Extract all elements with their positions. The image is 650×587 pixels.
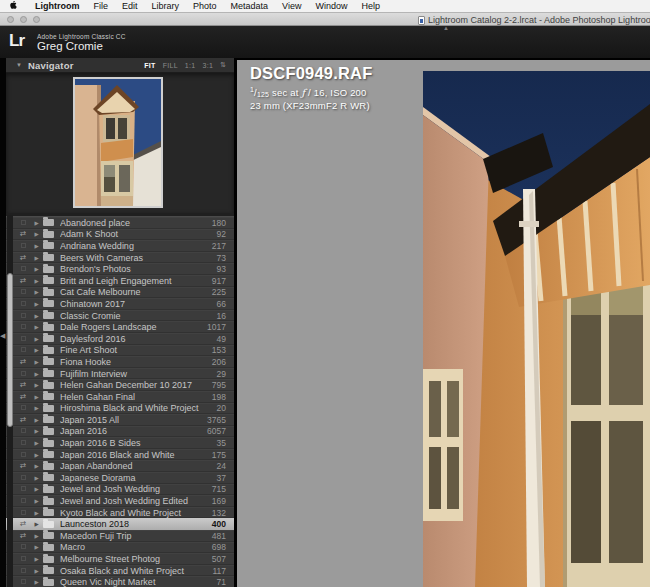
disclosure-triangle-icon[interactable]: ▶ — [30, 231, 43, 237]
folder-row[interactable]: ▶Japanese Diorama37 — [6, 472, 234, 484]
folder-row[interactable]: ⇄▶Beers With Cameras73 — [6, 252, 234, 264]
menu-item-library[interactable]: Library — [145, 1, 187, 11]
folder-row[interactable]: ▶Jewel and Josh Wedding715 — [6, 484, 234, 496]
folder-row[interactable]: ▶Japan 20166057 — [6, 426, 234, 438]
sync-status-empty[interactable] — [16, 369, 30, 379]
disclosure-triangle-icon[interactable]: ▶ — [30, 521, 43, 527]
folder-row[interactable]: ▶Daylesford 201649 — [6, 333, 234, 345]
disclosure-triangle-icon[interactable]: ▶ — [30, 579, 43, 585]
menu-item-edit[interactable]: Edit — [115, 1, 145, 11]
folder-row[interactable]: ⇄▶Britt and Leigh Engagement917 — [6, 275, 234, 287]
sync-status-empty[interactable] — [16, 484, 30, 494]
zoom-mode-fit[interactable]: FIT — [144, 62, 155, 69]
folder-row[interactable]: ▶Hiroshima Black and White Project20 — [6, 403, 234, 415]
disclosure-triangle-icon[interactable]: ▶ — [30, 289, 43, 295]
navigator-panel-header[interactable]: ▼ Navigator FITFILL1:13:1⇅ — [6, 58, 234, 73]
disclosure-triangle-icon[interactable]: ▶ — [30, 498, 43, 504]
sync-status-icon[interactable]: ⇄ — [16, 531, 30, 541]
disclosure-triangle-icon[interactable]: ▶ — [30, 544, 43, 550]
sync-status-empty[interactable] — [16, 554, 30, 564]
sync-status-icon[interactable]: ⇄ — [16, 380, 30, 390]
folder-row[interactable]: ▶Kyoto Black and White Project132 — [6, 507, 234, 519]
folder-row[interactable]: ▶Jewel and Josh Wedding Edited169 — [6, 495, 234, 507]
disclosure-triangle-icon[interactable]: ▶ — [30, 556, 43, 562]
folder-row[interactable]: ▶Osaka Black and White Project117 — [6, 565, 234, 577]
disclosure-triangle-icon[interactable]: ▶ — [30, 382, 43, 388]
sync-status-empty[interactable] — [16, 426, 30, 436]
sync-status-empty[interactable] — [16, 287, 30, 297]
disclosure-triangle-icon[interactable]: ▶ — [30, 371, 43, 377]
folder-row[interactable]: ▶Chinatown 201766 — [6, 298, 234, 310]
disclosure-triangle-icon[interactable]: ▶ — [30, 266, 43, 272]
zoom-window-button[interactable] — [33, 16, 40, 23]
disclosure-triangle-icon[interactable]: ▶ — [30, 568, 43, 574]
sync-status-empty[interactable] — [16, 450, 30, 460]
top-panel-collapse-icon[interactable]: ▲ — [443, 25, 449, 31]
disclosure-triangle-icon[interactable]: ▶ — [30, 486, 43, 492]
sync-status-empty[interactable] — [16, 345, 30, 355]
folder-row[interactable]: ⇄▶Macedon Fuji Trip481 — [6, 530, 234, 542]
folder-row[interactable]: ⇄▶Fiona Hooke206 — [6, 356, 234, 368]
zoom-ratio-toggle-icon[interactable]: ⇅ — [220, 61, 226, 69]
disclosure-triangle-icon[interactable]: ▶ — [30, 336, 43, 342]
folder-row[interactable]: ▶Japan 2016 Black and White175 — [6, 449, 234, 461]
sync-status-icon[interactable]: ⇄ — [16, 415, 30, 425]
folder-row[interactable]: ▶Abandoned place180 — [6, 217, 234, 229]
menu-item-lightroom[interactable]: Lightroom — [28, 1, 87, 11]
disclosure-triangle-icon[interactable]: ▶ — [30, 428, 43, 434]
disclosure-triangle-icon[interactable]: ▶ — [30, 510, 43, 516]
folder-row[interactable]: ▶Dale Rogers Landscape1017 — [6, 321, 234, 333]
chevron-down-icon[interactable]: ▼ — [16, 62, 22, 68]
sync-status-empty[interactable] — [16, 577, 30, 587]
folder-row[interactable]: ⇄▶Launceston 2018400 — [6, 518, 234, 530]
sync-status-empty[interactable] — [16, 542, 30, 552]
sync-status-empty[interactable] — [16, 218, 30, 228]
folder-row[interactable]: ⇄▶Japan 2015 All3765 — [6, 414, 234, 426]
sync-status-empty[interactable] — [16, 438, 30, 448]
folder-row[interactable]: ▶Classic Cromie16 — [6, 310, 234, 322]
window-title-bar[interactable]: Lightroom Catalog 2-2.lrcat - Adobe Phot… — [0, 13, 650, 26]
photo-preview[interactable] — [423, 71, 650, 587]
disclosure-triangle-icon[interactable]: ▶ — [30, 359, 43, 365]
sync-status-icon[interactable]: ⇄ — [16, 276, 30, 286]
sync-status-icon[interactable]: ⇄ — [16, 357, 30, 367]
loupe-view[interactable]: DSCF0949.RAF 1/125 sec at ƒ / 16, ISO 20… — [237, 60, 650, 587]
disclosure-triangle-icon[interactable]: ▶ — [30, 278, 43, 284]
sync-status-empty[interactable] — [16, 566, 30, 576]
sync-status-icon[interactable]: ⇄ — [16, 392, 30, 402]
folder-row[interactable]: ▶Cat Cafe Melbourne225 — [6, 287, 234, 299]
sync-status-icon[interactable]: ⇄ — [16, 253, 30, 263]
sync-status-empty[interactable] — [16, 299, 30, 309]
folder-row[interactable]: ▶Fujifilm Interview29 — [6, 368, 234, 380]
zoom-mode-fill[interactable]: FILL — [163, 62, 178, 69]
folder-row[interactable]: ▶Andriana Wedding217 — [6, 240, 234, 252]
disclosure-triangle-icon[interactable]: ▶ — [30, 220, 43, 226]
disclosure-triangle-icon[interactable]: ▶ — [30, 347, 43, 353]
disclosure-triangle-icon[interactable]: ▶ — [30, 313, 43, 319]
sync-status-empty[interactable] — [16, 496, 30, 506]
folder-row[interactable]: ▶Macro698 — [6, 542, 234, 554]
sync-status-empty[interactable] — [16, 264, 30, 274]
sync-status-empty[interactable] — [16, 322, 30, 332]
disclosure-triangle-icon[interactable]: ▶ — [30, 301, 43, 307]
sync-status-empty[interactable] — [16, 403, 30, 413]
sync-status-empty[interactable] — [16, 241, 30, 251]
identity-plate[interactable]: Lr Adobe Lightroom Classic CC Greg Cromi… — [0, 26, 650, 58]
disclosure-triangle-icon[interactable]: ▶ — [30, 463, 43, 469]
folder-row[interactable]: ▶Brendon's Photos93 — [6, 263, 234, 275]
disclosure-triangle-icon[interactable]: ▶ — [30, 452, 43, 458]
disclosure-triangle-icon[interactable]: ▶ — [30, 255, 43, 261]
sync-status-icon[interactable]: ⇄ — [16, 519, 30, 529]
disclosure-triangle-icon[interactable]: ▶ — [30, 324, 43, 330]
zoom-mode-3-1[interactable]: 3:1 — [202, 62, 213, 69]
close-window-button[interactable] — [7, 16, 14, 23]
menu-item-view[interactable]: View — [275, 1, 308, 11]
folder-row[interactable]: ▶Melbourne Street Photog507 — [6, 553, 234, 565]
menu-item-metadata[interactable]: Metadata — [224, 1, 276, 11]
menu-item-photo[interactable]: Photo — [186, 1, 224, 11]
menu-item-file[interactable]: File — [87, 1, 116, 11]
disclosure-triangle-icon[interactable]: ▶ — [30, 394, 43, 400]
left-panel-collapse-icon[interactable]: ◀ — [0, 332, 5, 340]
sync-status-icon[interactable]: ⇄ — [16, 229, 30, 239]
folder-scrollbar-thumb[interactable] — [7, 273, 13, 427]
